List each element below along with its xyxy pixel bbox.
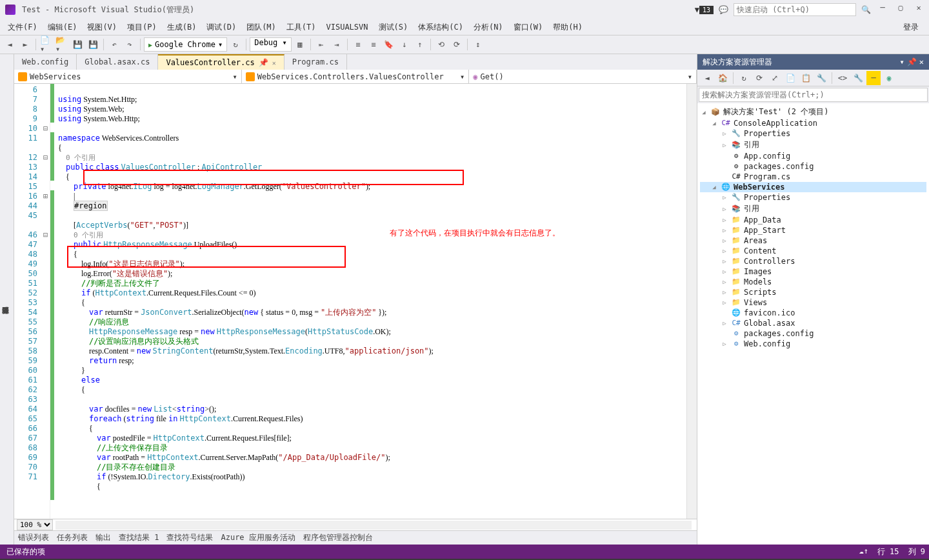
- run-button[interactable]: ▶Google Chrome ▾: [144, 37, 227, 52]
- undo-icon[interactable]: ↶: [107, 37, 121, 52]
- tree-item[interactable]: ▷📚引用: [700, 203, 926, 215]
- menu-view[interactable]: 视图(V): [83, 21, 121, 34]
- feedback-icon[interactable]: 💬: [719, 5, 728, 14]
- menu-edit[interactable]: 编辑(E): [44, 21, 81, 34]
- open-file-icon[interactable]: 📂▾: [55, 37, 69, 52]
- tab-azure[interactable]: Azure 应用服务活动: [221, 532, 295, 543]
- tree-item[interactable]: ▷📁Models: [700, 277, 926, 287]
- refresh-icon[interactable]: ↻: [228, 37, 243, 52]
- tree-item[interactable]: ▷📁Controllers: [700, 256, 926, 266]
- bookmark-icon[interactable]: 🔖: [382, 37, 396, 52]
- login-link[interactable]: 登录: [899, 21, 923, 34]
- sol-blue-icon[interactable]: ◉: [882, 71, 896, 85]
- project-console[interactable]: ◢C#ConsoleApplication: [700, 118, 926, 128]
- tree-item[interactable]: ▷⚙Web.config: [700, 339, 926, 349]
- tab-webconfig[interactable]: Web.config: [14, 54, 77, 70]
- method-dropdown[interactable]: ◉Get()▾: [469, 70, 697, 83]
- sol-collapse-icon[interactable]: ⤢: [768, 71, 782, 85]
- minimize-button[interactable]: ─: [876, 3, 889, 16]
- sol-code-icon[interactable]: <>: [835, 71, 850, 85]
- next-icon[interactable]: ↓: [397, 37, 412, 52]
- flag-icon[interactable]: ▼13: [695, 5, 714, 14]
- menu-window[interactable]: 窗口(W): [510, 21, 547, 34]
- tab-output[interactable]: 输出: [95, 532, 111, 543]
- namespace-dropdown[interactable]: WebServices▾: [14, 70, 242, 83]
- close-tab-icon[interactable]: ✕: [272, 59, 276, 66]
- tree-item[interactable]: ⚙packages.config: [700, 328, 926, 339]
- tab-package-console[interactable]: 程序包管理器控制台: [303, 532, 373, 543]
- tree-item[interactable]: ▷📁App_Start: [700, 225, 926, 235]
- tab-valuescontroller[interactable]: ValuesController.cs📌✕: [158, 54, 284, 70]
- tab-error-list[interactable]: 错误列表: [18, 532, 49, 543]
- menu-team[interactable]: 团队(M): [243, 21, 280, 34]
- sol-highlight-icon[interactable]: ─: [866, 71, 881, 85]
- vertical-scrollbar[interactable]: [686, 84, 697, 519]
- sol-back-icon[interactable]: ◄: [700, 71, 714, 85]
- menu-analyze[interactable]: 分析(N): [470, 21, 507, 34]
- menu-help[interactable]: 帮助(H): [549, 21, 586, 34]
- maximize-button[interactable]: ▢: [894, 3, 907, 16]
- save-icon[interactable]: 💾: [70, 37, 85, 52]
- zoom-dropdown[interactable]: 100 %: [17, 519, 53, 530]
- panel-dropdown-icon[interactable]: ▾: [900, 57, 904, 66]
- menu-debug[interactable]: 调试(D): [203, 21, 240, 34]
- status-publish-icon[interactable]: ☁↑: [859, 546, 868, 557]
- tab-find1[interactable]: 查找结果 1: [119, 532, 159, 543]
- step2-icon[interactable]: ⟳: [450, 37, 464, 52]
- horizontal-scrollbar[interactable]: [55, 521, 692, 530]
- menu-arch[interactable]: 体系结构(C): [414, 21, 467, 34]
- sol-show-icon[interactable]: 📄: [783, 71, 797, 85]
- sol-sync-icon[interactable]: ↻: [737, 71, 751, 85]
- menu-build[interactable]: 生成(B): [163, 21, 201, 34]
- tree-item[interactable]: ▷🔧Properties: [700, 192, 926, 203]
- tree-item[interactable]: ▷📁Content: [700, 246, 926, 256]
- step-icon[interactable]: ⟲: [434, 37, 448, 52]
- sol-prop2-icon[interactable]: 🔧: [851, 71, 865, 85]
- pin-icon[interactable]: 📌: [907, 57, 917, 66]
- tree-item[interactable]: ▷📁Images: [700, 266, 926, 277]
- tab-global[interactable]: Global.asax.cs: [77, 54, 158, 70]
- forward-button[interactable]: ►: [18, 37, 32, 52]
- sol-copy-icon[interactable]: 📋: [799, 71, 813, 85]
- tree-item[interactable]: ▷📚引用: [700, 139, 926, 151]
- sol-refresh-icon[interactable]: ⟳: [752, 71, 766, 85]
- save-all-icon[interactable]: 💾: [86, 37, 100, 52]
- indent-icon[interactable]: ⇤: [314, 37, 328, 52]
- code-folding[interactable]: ⊟ ⊟ ⊞ ⊟: [41, 84, 50, 519]
- panel-close-icon[interactable]: ✕: [919, 57, 924, 66]
- new-file-icon[interactable]: 📄▾: [39, 37, 54, 52]
- tab-program[interactable]: Program.cs: [285, 54, 347, 70]
- tree-item[interactable]: ▷📁Views: [700, 297, 926, 308]
- code-editor[interactable]: using System.Net.Http; using System.Web;…: [54, 84, 686, 519]
- server-explorer-pin[interactable]: 服务器资源管理器: [0, 54, 14, 545]
- tree-item[interactable]: 🌐favicon.ico: [700, 308, 926, 318]
- tab-task-list[interactable]: 任务列表: [57, 532, 88, 543]
- tree-item[interactable]: ▷🔧Properties: [700, 128, 926, 139]
- class-dropdown[interactable]: WebServices.Controllers.ValuesController…: [242, 70, 470, 83]
- menu-tools[interactable]: 工具(T): [283, 21, 320, 34]
- tree-item[interactable]: ⚙App.config: [700, 151, 926, 161]
- prev-icon[interactable]: ↑: [413, 37, 427, 52]
- project-webservices[interactable]: ◢🌐WebServices: [700, 182, 926, 192]
- git-icon[interactable]: ↕: [471, 37, 485, 52]
- comment-icon[interactable]: ≡: [351, 37, 365, 52]
- close-button[interactable]: ✕: [912, 3, 925, 16]
- menu-project[interactable]: 项目(P): [123, 21, 161, 34]
- tree-item[interactable]: ⚙packages.config: [700, 161, 926, 172]
- tree-item[interactable]: ▷C#Global.asax: [700, 318, 926, 328]
- menu-test[interactable]: 测试(S): [375, 21, 412, 34]
- tree-item[interactable]: ▷📁App_Data: [700, 215, 926, 225]
- uncomment-icon[interactable]: ≡: [366, 37, 381, 52]
- redo-icon[interactable]: ↷: [123, 37, 137, 52]
- tree-item[interactable]: ▷📁Areas: [700, 235, 926, 246]
- tab-find-symbol[interactable]: 查找符号结果: [166, 532, 213, 543]
- sol-home-icon[interactable]: 🏠: [715, 71, 730, 85]
- menu-visualsvn[interactable]: VISUALSVN: [323, 21, 372, 33]
- back-button[interactable]: ◄: [3, 37, 17, 52]
- solution-search-input[interactable]: [699, 88, 928, 102]
- tree-item[interactable]: C#Program.cs: [700, 172, 926, 182]
- outdent-icon[interactable]: ⇥: [330, 37, 344, 52]
- extra1-icon[interactable]: ▦: [293, 37, 307, 52]
- sol-prop-icon[interactable]: 🔧: [814, 71, 828, 85]
- config-dropdown[interactable]: Debug ▾: [250, 37, 292, 52]
